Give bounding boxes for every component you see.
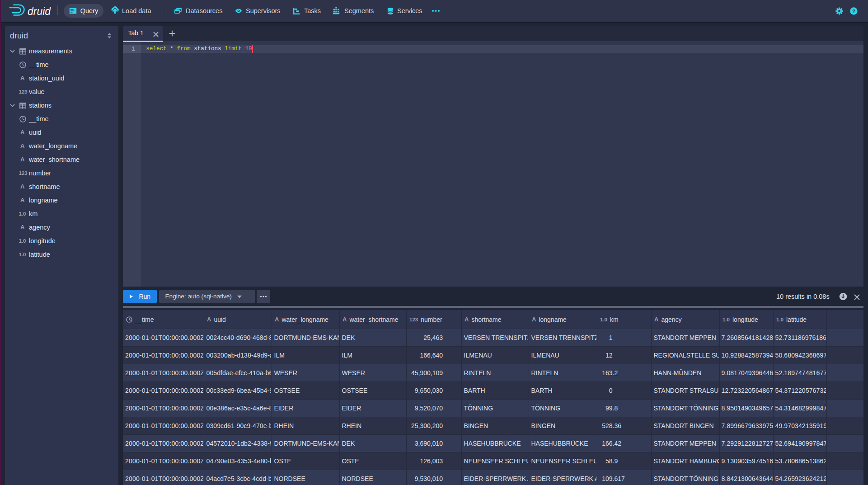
svg-text:?: ? bbox=[852, 9, 855, 14]
